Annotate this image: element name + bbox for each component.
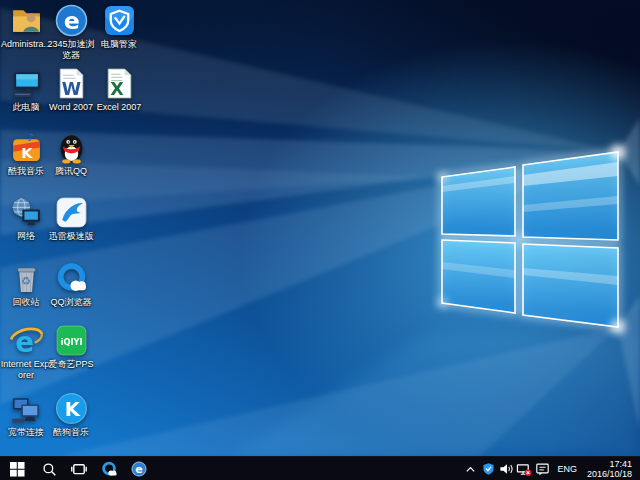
excel-2007-icon: X — [102, 66, 136, 100]
tray-network-button[interactable] — [515, 457, 533, 480]
2345-browser-icon: e — [54, 3, 88, 37]
icon-label: 酷我音乐 — [8, 166, 44, 177]
network-globe-icon — [9, 195, 43, 229]
taskbar: e — [0, 456, 640, 480]
svg-text:iQIYI: iQIYI — [60, 336, 82, 346]
speaker-icon — [499, 462, 514, 476]
icon-label: 网络 — [17, 231, 35, 242]
pc-manager-shield-icon — [102, 3, 136, 37]
icon-label: 腾讯QQ — [55, 166, 87, 177]
network-error-icon — [516, 462, 532, 477]
svg-text:K: K — [64, 398, 80, 421]
svg-text:X: X — [110, 78, 124, 98]
windows-logo-icon — [10, 462, 25, 477]
desktop-icon-xunlei[interactable]: 迅雷极速版 — [45, 195, 97, 242]
icon-label: 酷狗音乐 — [53, 427, 89, 438]
desktop-icon-2345-browser[interactable]: e 2345加速浏览器 — [45, 3, 97, 61]
clock-time: 17:41 — [587, 459, 632, 469]
internet-explorer-icon: e — [9, 323, 43, 357]
2345-browser-icon: e — [131, 461, 147, 477]
svg-text:e: e — [135, 463, 142, 476]
shield-icon — [482, 462, 495, 476]
chevron-up-icon — [465, 464, 476, 475]
icon-label: Administra... — [1, 39, 51, 50]
desktop-icon-word-2007[interactable]: W Word 2007 — [45, 66, 97, 113]
kuwo-music-icon: K ♪ — [9, 130, 43, 164]
svg-text:W: W — [61, 78, 80, 98]
kugou-music-icon: K — [54, 391, 88, 425]
start-button[interactable] — [0, 457, 34, 480]
desktop-icon-tencent-qq[interactable]: 腾讯QQ — [45, 130, 97, 177]
icon-label: 爱奇艺PPS — [48, 359, 93, 370]
qq-browser-icon — [101, 461, 118, 478]
qq-penguin-icon — [54, 130, 88, 164]
task-view-icon — [71, 461, 87, 477]
tray-volume-button[interactable] — [497, 457, 515, 480]
icon-label: 回收站 — [13, 297, 40, 308]
desktop-icon-excel-2007[interactable]: X Excel 2007 — [93, 66, 145, 113]
broadband-connection-icon — [9, 391, 43, 425]
icon-label: Word 2007 — [49, 102, 93, 113]
tray-pc-manager-button[interactable] — [479, 457, 497, 480]
icon-label: 2345加速浏览器 — [45, 39, 97, 61]
taskbar-2345-browser-button[interactable]: e — [124, 457, 154, 480]
svg-text:♪: ♪ — [27, 131, 34, 143]
language-indicator[interactable]: ENG — [551, 457, 583, 480]
icon-label: 此电脑 — [13, 102, 40, 113]
icon-label: Excel 2007 — [97, 102, 142, 113]
task-view-button[interactable] — [64, 457, 94, 480]
icon-label: 迅雷极速版 — [49, 231, 94, 242]
icon-label: QQ浏览器 — [50, 297, 91, 308]
desktop-icon-pc-manager[interactable]: 电脑管家 — [93, 3, 145, 50]
action-center-icon — [535, 462, 550, 476]
icon-label: 电脑管家 — [101, 39, 137, 50]
icon-label: 宽带连接 — [8, 427, 44, 438]
clock[interactable]: 17:41 2016/10/18 — [583, 457, 640, 480]
svg-text:K: K — [21, 144, 33, 160]
qq-browser-icon — [54, 261, 88, 295]
computer-monitor-icon — [9, 66, 43, 100]
tray-chevron-up-button[interactable] — [461, 457, 479, 480]
clock-date: 2016/10/18 — [587, 469, 632, 479]
svg-text:♻: ♻ — [20, 273, 30, 287]
desktop-icon-iqiyi-pps[interactable]: iQIYI 爱奇艺PPS — [45, 323, 97, 370]
search-icon — [42, 462, 57, 477]
xunlei-bird-icon — [54, 195, 88, 229]
word-2007-icon: W — [54, 66, 88, 100]
taskbar-qq-browser-button[interactable] — [94, 457, 124, 480]
desktop-screen: Administra... 此电脑 K ♪ 酷我音乐 — [0, 0, 640, 480]
system-tray: ENG 17:41 2016/10/18 — [461, 457, 640, 480]
svg-text:e: e — [63, 7, 79, 35]
search-button[interactable] — [34, 457, 64, 480]
iqiyi-icon: iQIYI — [54, 323, 88, 357]
desktop-icon-qq-browser[interactable]: QQ浏览器 — [45, 261, 97, 308]
user-folder-icon — [9, 3, 43, 37]
desktop-icon-kugou-music[interactable]: K 酷狗音乐 — [45, 391, 97, 438]
recycle-bin-icon: ♻ — [9, 261, 43, 295]
tray-action-center-button[interactable] — [533, 457, 551, 480]
taskbar-left: e — [0, 457, 154, 480]
